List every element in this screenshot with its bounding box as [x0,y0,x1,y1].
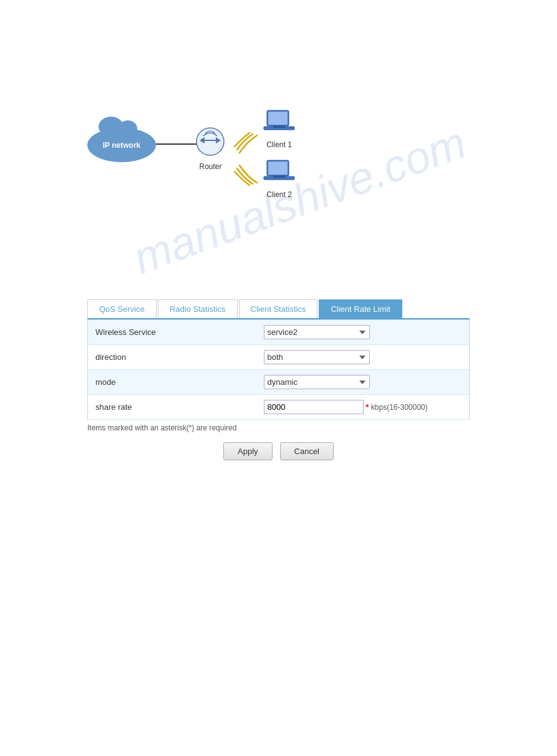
settings-table: Wireless Service service2 service1 servi… [87,319,470,420]
router-icon [193,125,228,159]
router-label: Router [193,162,228,171]
direction-label: direction [88,345,256,370]
wireless-service-row: Wireless Service service2 service1 servi… [88,320,470,345]
cancel-button[interactable]: Cancel [280,442,334,460]
network-line [156,143,196,145]
direction-cell: both uplink downlink [256,345,470,370]
direction-select[interactable]: both uplink downlink [264,350,370,364]
router-device: Router [193,125,228,171]
wireless-service-cell: service2 service1 service3 [256,320,470,345]
wireless-service-select[interactable]: service2 service1 service3 [264,325,370,339]
client2-label: Client 2 [262,190,296,199]
required-star: * [366,402,369,412]
tab-radio-statistics[interactable]: Radio Statistics [158,299,238,318]
tab-bar: QoS Service Radio Statistics Client Stat… [87,299,470,319]
apply-button[interactable]: Apply [223,442,273,460]
tab-client-rate-limit[interactable]: Client Rate Limit [319,299,402,318]
button-row: Apply Cancel [87,442,470,460]
form-area: QoS Service Radio Statistics Client Stat… [87,299,470,460]
share-rate-label: share rate [88,395,256,420]
mode-select[interactable]: dynamic static [264,375,370,389]
wireless-service-label: Wireless Service [88,320,256,345]
tab-client-statistics[interactable]: Client Statistics [239,299,318,318]
share-rate-input[interactable] [264,400,364,414]
client2-device: Client 2 [262,159,296,199]
signal-client2 [231,159,265,195]
network-diagram: IP network Router [0,37,557,287]
mode-cell: dynamic static [256,370,470,395]
ip-network-cloud: IP network [87,128,156,162]
svg-rect-4 [268,112,288,125]
svg-rect-6 [273,126,285,128]
svg-point-0 [196,128,224,155]
client1-icon [262,109,296,137]
tab-qos-service[interactable]: QoS Service [87,299,157,318]
share-rate-row: share rate * kbps(16-300000) [88,395,470,420]
svg-rect-8 [268,162,288,175]
signal-client1 [231,125,265,161]
share-rate-cell: * kbps(16-300000) [256,395,470,420]
client1-device: Client 1 [262,109,296,149]
share-rate-unit: kbps(16-300000) [371,403,428,412]
mode-row: mode dynamic static [88,370,470,395]
client1-label: Client 1 [262,140,296,149]
svg-rect-10 [273,176,285,178]
footnote: Items marked with an asterisk(*) are req… [87,424,470,432]
mode-label: mode [88,370,256,395]
client2-icon [262,159,296,187]
direction-row: direction both uplink downlink [88,345,470,370]
